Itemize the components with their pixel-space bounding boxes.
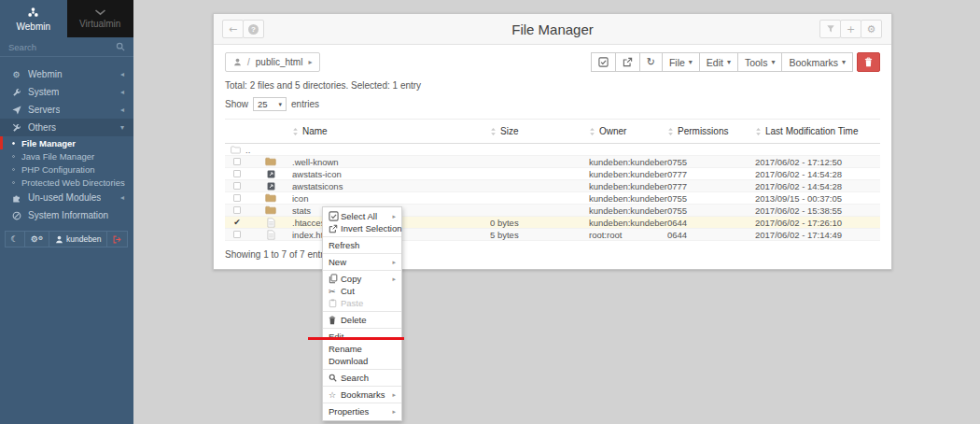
context-menu-item-properties[interactable]: Properties▸	[323, 405, 401, 417]
file-name[interactable]: awstats-icon	[292, 169, 490, 179]
context-menu-item-copy[interactable]: Copy▸	[323, 273, 401, 285]
back-button[interactable]: ←	[222, 20, 244, 38]
delete-button[interactable]	[857, 52, 880, 72]
sidebar-subitem-label: PHP Configuration	[21, 164, 95, 175]
column-header-owner[interactable]: Owner	[589, 126, 667, 136]
chevron-down-icon: ▾	[120, 123, 124, 132]
menu-edit[interactable]: Edit▾	[699, 52, 738, 72]
file-modified: 2017/06/02 - 14:54:28	[755, 181, 880, 191]
menu-file[interactable]: File▾	[662, 52, 700, 72]
signout-button[interactable]	[106, 231, 128, 247]
context-menu-item-refresh[interactable]: Refresh	[323, 239, 401, 251]
menu-divider	[323, 386, 401, 387]
page-size-select[interactable]: 25 ▾	[253, 97, 287, 111]
sort-icon[interactable]	[490, 127, 497, 136]
row-checkbox[interactable]	[225, 170, 249, 177]
sidebar-search	[0, 37, 133, 57]
tab-virtualmin[interactable]: Virtualmin	[67, 0, 134, 37]
symlink-icon	[249, 182, 292, 191]
help-button[interactable]: ?	[243, 20, 264, 38]
file-icon	[249, 230, 292, 240]
sidebar-item-system-information[interactable]: System Information	[0, 206, 133, 224]
sidebar-subitem-php-configuration[interactable]: PHP Configuration	[0, 163, 133, 176]
column-header-permissions[interactable]: Permissions	[667, 126, 755, 136]
tab-virtualmin-label: Virtualmin	[79, 19, 120, 29]
export-button[interactable]	[615, 52, 640, 72]
header-left-buttons: ←?	[223, 20, 264, 38]
context-menu-item-download[interactable]: Download	[323, 355, 401, 367]
column-header-name[interactable]: Name	[292, 126, 490, 136]
send-icon	[9, 106, 23, 115]
context-menu-item-search[interactable]: Search	[323, 372, 401, 384]
column-header-last-modification-time[interactable]: Last Modification Time	[755, 126, 880, 136]
context-menu-item-cut[interactable]: ✂Cut	[323, 285, 401, 297]
search-input[interactable]	[8, 42, 116, 52]
plus-button[interactable]: +	[840, 20, 861, 38]
file-name[interactable]: awstatsicons	[292, 181, 490, 191]
context-menu-item-invert-selection[interactable]: Invert Selection	[323, 222, 401, 234]
bullet-icon	[12, 168, 15, 171]
parent-directory-row[interactable]: ..	[225, 144, 880, 156]
column-header-size[interactable]: Size	[490, 126, 589, 136]
row-checkbox[interactable]	[225, 231, 249, 238]
context-menu-item-select-all[interactable]: Select All▸	[323, 210, 401, 222]
breadcrumb[interactable]: / public_html ▸	[225, 52, 320, 72]
row-checkbox[interactable]	[225, 182, 249, 190]
file-permissions: 0755	[667, 157, 755, 167]
sidebar-footer: ☾⚙⚙kundeben	[0, 231, 133, 247]
context-menu-item-new[interactable]: New▸	[323, 256, 401, 268]
table-row-awstatsicons[interactable]: awstatsiconskundeben:kundeben07772017/06…	[225, 180, 880, 192]
submenu-caret-icon: ▸	[392, 213, 396, 220]
page-size-value: 25	[258, 99, 268, 109]
sidebar-item-webmin[interactable]: ⚙Webmin◂	[0, 65, 133, 83]
file-name[interactable]: .well-known	[292, 157, 490, 167]
sidebar-subitem-file-manager[interactable]: File Manager	[0, 136, 133, 149]
sidebar-subitem-java-file-manager[interactable]: Java File Manager	[0, 149, 133, 163]
bullet-icon	[12, 142, 15, 145]
table-row-awstats-icon[interactable]: awstats-iconkundeben:kundeben07772017/06…	[225, 168, 880, 180]
sidebar-item-servers[interactable]: Servers◂	[0, 101, 133, 119]
row-checkbox[interactable]: ✔	[225, 219, 249, 227]
invert-icon	[329, 224, 341, 233]
caret-down-icon: ▾	[689, 58, 693, 66]
filter-button[interactable]	[819, 20, 841, 38]
file-permissions: 0755	[667, 193, 755, 204]
chevron-left-icon: ◂	[120, 193, 124, 202]
user-button[interactable]: kundeben	[49, 231, 107, 247]
context-menu-item-rename[interactable]: Rename	[323, 343, 401, 355]
star-icon: ☆	[329, 390, 341, 400]
menu-tools[interactable]: Tools▾	[737, 52, 783, 72]
check-square-button[interactable]	[591, 52, 616, 72]
gear-button[interactable]: ⚙	[861, 20, 882, 38]
context-menu-item-bookmarks[interactable]: ☆Bookmarks▸	[323, 389, 401, 401]
row-checkbox[interactable]	[225, 158, 249, 165]
sidebar-item-others[interactable]: Others▾	[0, 119, 133, 136]
row-checkbox[interactable]	[225, 206, 249, 214]
sidebar-subitem-protected-web-directories[interactable]: Protected Web Directories	[0, 176, 133, 189]
folder-icon	[249, 193, 292, 203]
page-size-row: Show 25 ▾ entries	[225, 97, 880, 111]
sort-icon[interactable]	[292, 127, 299, 136]
refresh-button[interactable]: ↻	[639, 52, 663, 72]
breadcrumb-current[interactable]: public_html	[256, 57, 303, 67]
menu-bookmarks[interactable]: Bookmarks▾	[781, 52, 853, 72]
sidebar-item-un-used-modules[interactable]: Un-used Modules◂	[0, 189, 133, 206]
context-menu-label: Rename	[329, 344, 362, 354]
cogs-button[interactable]: ⚙⚙	[24, 231, 49, 247]
sidebar-subitem-label: Java File Manager	[21, 151, 94, 162]
table-row-well-known[interactable]: .well-knownkundeben:kundeben07552017/06/…	[225, 156, 880, 168]
sort-icon[interactable]	[667, 127, 674, 136]
table-row-icon[interactable]: iconkundeben:kundeben07552013/09/15 - 00…	[225, 192, 880, 205]
sort-icon[interactable]	[755, 127, 762, 136]
moon-button[interactable]: ☾	[5, 231, 25, 247]
context-menu-item-delete[interactable]: Delete	[323, 314, 401, 326]
context-menu-label: Download	[329, 356, 368, 366]
file-name[interactable]: icon	[292, 193, 490, 204]
sort-icon[interactable]	[589, 127, 595, 136]
row-checkbox[interactable]	[225, 194, 249, 202]
username-label: kundeben	[66, 234, 101, 244]
tab-webmin[interactable]: Webmin	[0, 0, 67, 37]
sidebar-item-label: System Information	[28, 210, 108, 220]
toolbar-buttons: ↻File▾Edit▾Tools▾Bookmarks▾	[592, 52, 880, 72]
sidebar-item-system[interactable]: System◂	[0, 83, 133, 101]
